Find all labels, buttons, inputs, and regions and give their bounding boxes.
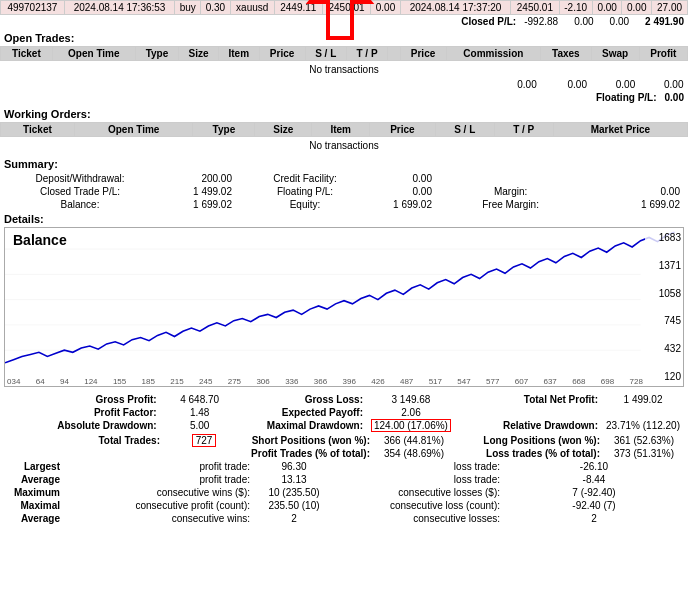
deposit-label: Deposit/Withdrawal: (0, 172, 160, 185)
sl: 2450.01 (322, 1, 370, 15)
gross-profit-label: Gross Profit: (4, 393, 161, 406)
col-type: Type (135, 47, 178, 61)
abs-drawdown-label: Absolute Drawdown: (4, 419, 161, 432)
y-label-4: 745 (647, 315, 681, 326)
avg-loss-trade-value: -8.44 (504, 473, 684, 486)
details-header: Details: (4, 213, 684, 225)
floating-pl-row: Floating P/L: 0.00 (0, 91, 688, 104)
max-consec-loss-value: -92.40 (7) (504, 499, 684, 512)
x-label-15: 487 (400, 377, 413, 386)
avg-consec-wins-value: 2 (254, 512, 334, 525)
x-label-6: 185 (142, 377, 155, 386)
average-label-2: Average (4, 512, 64, 525)
average-label: Average (4, 473, 64, 486)
chart-title: Balance (13, 232, 67, 248)
max-drawdown-highlighted: 124.00 (17.06%) (371, 419, 451, 432)
col-profit: Profit (639, 47, 687, 61)
col-tp: T / P (346, 47, 387, 61)
largest-loss-trade-label: loss trade: (334, 460, 504, 473)
wo-col-item: Item (312, 123, 370, 137)
total-trades-highlighted: 727 (192, 434, 217, 447)
wo-col-price: Price (370, 123, 436, 137)
col-size: Size (179, 47, 219, 61)
stats-trades-table: Total Trades: 727 Short Positions (won %… (4, 434, 684, 460)
summary-table: Deposit/Withdrawal: 200.00 Credit Facili… (0, 172, 688, 211)
avg-profit-trade-value: 13.13 (254, 473, 334, 486)
max-consec-wins-value: 10 (235.50) (254, 486, 334, 499)
floating-pl-value: 0.00 (665, 92, 684, 103)
type: buy (175, 1, 201, 15)
size: 0.30 (201, 1, 231, 15)
wo-col-open-time: Open Time (74, 123, 193, 137)
total-swap: 0.00 (591, 78, 639, 91)
margin-label: Margin: (440, 185, 581, 198)
avg-profit-trade-label: profit trade: (64, 473, 254, 486)
loss-trades-label: Loss trades (% of total): (454, 447, 604, 460)
x-label-3: 94 (60, 377, 69, 386)
max-drawdown-value: 124.00 (17.06%) (367, 419, 455, 432)
closed-trade-pl-label: Closed Trade P/L: (0, 185, 160, 198)
wo-col-size: Size (255, 123, 312, 137)
col-swap: Swap (591, 47, 639, 61)
largest-loss-trade-value: -26.10 (504, 460, 684, 473)
summary-row-2: Closed Trade P/L: 1 499.02 Floating P/L:… (0, 185, 688, 198)
x-label-5: 155 (113, 377, 126, 386)
short-pos-label: Short Positions (won %): (244, 434, 374, 447)
profit-factor-label: Profit Factor: (4, 406, 161, 419)
y-label-3: 1058 (647, 288, 681, 299)
max-consec-wins-label: consecutive wins ($): (64, 486, 254, 499)
working-orders-header: Working Orders: (0, 108, 688, 120)
wo-col-tp: T / P (494, 123, 553, 137)
top-trade-row: 499702137 2024.08.14 17:36:53 buy 0.30 x… (1, 1, 688, 15)
swap: 0.00 (622, 1, 652, 15)
x-label-12: 366 (314, 377, 327, 386)
total-trades-label: Total Trades: (4, 434, 164, 447)
x-label-7: 215 (170, 377, 183, 386)
working-orders-table: Ticket Open Time Type Size Item Price S … (0, 122, 688, 154)
maximum-label: Maximum (4, 486, 64, 499)
col-item: Item (219, 47, 260, 61)
x-label-13: 396 (343, 377, 356, 386)
closed-pl-label: Closed P/L: (461, 16, 516, 27)
open-trades-table: Ticket Open Time Type Size Item Price S … (0, 46, 688, 91)
total-commission: 0.00 (446, 78, 541, 91)
x-label-1: 034 (7, 377, 20, 386)
max-drawdown-label: Maximal Drawdown: (239, 419, 367, 432)
largest-profit-trade-label: profit trade: (64, 460, 254, 473)
col-open-time: Open Time (52, 47, 135, 61)
total-taxes: 0.00 (541, 78, 591, 91)
total-net-profit-label: Total Net Profit: (455, 393, 602, 406)
avg-consec-losses-value: 2 (504, 512, 684, 525)
chart-yaxis: 1683 1371 1058 745 432 120 (645, 228, 683, 386)
expected-payoff-value: 2.06 (367, 406, 455, 419)
details-section: Details: Balance 1683 1371 1058 745 432 … (0, 211, 688, 391)
working-orders-header-row: Ticket Open Time Type Size Item Price S … (1, 123, 688, 137)
wo-col-market-price: Market Price (553, 123, 687, 137)
closed-trade-pl-value: 1 499.02 (160, 185, 240, 198)
close-time: 2024.08.14 17:37:20 (400, 1, 510, 15)
floating-pl-sum-label: Floating P/L: (240, 185, 370, 198)
y-label-1: 1683 (647, 232, 681, 243)
item: xauusd (230, 1, 274, 15)
tp: 0.00 (371, 1, 401, 15)
chart-xaxis: 034 64 94 124 155 185 215 245 275 306 33… (5, 377, 645, 386)
max-consec-losses-value: 7 (-92.40) (504, 486, 684, 499)
credit-label: Credit Facility: (240, 172, 370, 185)
avg-consec-wins-label: consecutive wins: (64, 512, 254, 525)
free-margin-value: 1 699.02 (581, 198, 688, 211)
price: 2449.11 (274, 1, 322, 15)
commission: -2.10 (559, 1, 592, 15)
no-transactions-row: No transactions (1, 61, 688, 79)
x-label-23: 728 (630, 377, 643, 386)
free-margin-label: Free Margin: (440, 198, 581, 211)
summary-row-3: Balance: 1 699.02 Equity: 1 699.02 Free … (0, 198, 688, 211)
col-ticket: Ticket (1, 47, 53, 61)
col-sl: S / L (305, 47, 346, 61)
x-label-19: 607 (515, 377, 528, 386)
col-commission: Commission (446, 47, 541, 61)
closed-pl-profit: 2 491.90 (645, 16, 684, 27)
x-label-2: 64 (36, 377, 45, 386)
max-consec-profit-value: 235.50 (10) (254, 499, 334, 512)
ticket: 499702137 (1, 1, 65, 15)
total-net-profit-value: 1 499.02 (602, 393, 684, 406)
